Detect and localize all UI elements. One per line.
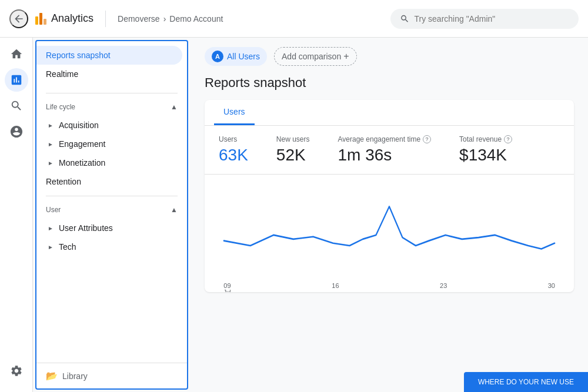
- nav-divider-1: [46, 93, 178, 93]
- nav-user-label: User: [46, 206, 61, 214]
- nav-top-section: Reports snapshot Realtime: [36, 41, 187, 88]
- back-button[interactable]: [9, 9, 28, 28]
- sidebar-analytics[interactable]: [5, 68, 28, 92]
- metric-users-label: Users: [219, 135, 248, 143]
- nav-retention[interactable]: Retention: [36, 172, 182, 191]
- breadcrumb-demo-account[interactable]: Demo Account: [169, 14, 223, 24]
- metric-revenue: Total revenue ? $134K: [459, 135, 512, 165]
- nav-acquisition[interactable]: ► Acquisition: [36, 116, 182, 135]
- nav-user-attributes-label: User Attributes: [59, 223, 113, 233]
- nav-lifecycle-label: Life cycle: [46, 103, 75, 111]
- main-layout: Reports snapshot Realtime Life cycle ▲ ►…: [0, 38, 588, 392]
- nav-user-section: User ▲ ► User Attributes ► Tech: [36, 201, 187, 256]
- nav-engagement[interactable]: ► Engagement: [36, 135, 182, 153]
- metric-new-users-label: New users: [276, 135, 310, 143]
- nav-user-header[interactable]: User ▲: [36, 201, 187, 219]
- metrics-tabs: Users: [205, 100, 574, 126]
- x-label-09: 09 Jul: [223, 282, 231, 292]
- icon-sidebar: [0, 38, 33, 392]
- metric-engagement-label: Average engagement time ?: [338, 135, 432, 143]
- all-users-label: All Users: [227, 52, 260, 61]
- nav-tech-label: Tech: [59, 242, 76, 252]
- nav-divider-2: [46, 196, 178, 196]
- metric-revenue-value: $134K: [459, 146, 512, 165]
- metrics-card: Users Users 63K New users 52K: [205, 100, 574, 292]
- filter-row: A All Users Add comparison +: [205, 47, 574, 66]
- logo-icon: [35, 13, 46, 25]
- sidebar-settings-bottom[interactable]: [5, 359, 28, 383]
- nav-lifecycle-section: Life cycle ▲ ► Acquisition ► Engagement …: [36, 98, 187, 191]
- nav-library-label: Library: [62, 371, 88, 381]
- metric-engagement-value: 1m 36s: [338, 146, 432, 165]
- metric-new-users: New users 52K: [276, 135, 310, 165]
- search-bar[interactable]: [390, 9, 579, 29]
- nav-acquisition-label: Acquisition: [59, 120, 99, 130]
- metric-users: Users 63K: [219, 135, 248, 165]
- nav-monetization-arrow: ►: [46, 158, 55, 167]
- nav-user-attributes-arrow: ►: [46, 223, 55, 233]
- add-comparison-label: Add comparison: [282, 52, 341, 61]
- search-icon: [400, 14, 409, 24]
- nav-library[interactable]: 📂 Library: [36, 363, 187, 388]
- topbar: Analytics Demoverse › Demo Account: [0, 0, 588, 38]
- nav-user-attributes[interactable]: ► User Attributes: [36, 219, 182, 237]
- add-comparison-button[interactable]: Add comparison +: [274, 47, 357, 66]
- x-label-30: 30: [548, 282, 555, 292]
- breadcrumb: Demoverse › Demo Account: [118, 14, 223, 24]
- nav-lifecycle-header[interactable]: Life cycle ▲: [36, 98, 187, 116]
- chart-area: 09 Jul 16 23 30: [205, 175, 574, 292]
- app-logo: Analytics: [35, 12, 93, 25]
- nav-reports-snapshot[interactable]: Reports snapshot: [36, 46, 182, 65]
- nav-realtime-label: Realtime: [46, 69, 78, 79]
- search-input[interactable]: [414, 14, 569, 24]
- nav-engagement-arrow: ►: [46, 139, 55, 149]
- metric-engagement: Average engagement time ? 1m 36s: [338, 135, 432, 165]
- nav-tech[interactable]: ► Tech: [36, 237, 182, 256]
- nav-user-chevron: ▲: [171, 206, 178, 214]
- breadcrumb-sep: ›: [163, 14, 166, 24]
- app-title: Analytics: [51, 12, 93, 25]
- library-icon: 📂: [46, 370, 58, 381]
- sidebar-search[interactable]: [5, 94, 28, 118]
- nav-lifecycle-chevron: ▲: [171, 103, 178, 111]
- icon-sidebar-bottom: [0, 359, 32, 387]
- bottom-prompt[interactable]: WHERE DO YOUR NEW USE: [464, 372, 588, 392]
- nav-tech-arrow: ►: [46, 242, 55, 252]
- nav-sidebar: Reports snapshot Realtime Life cycle ▲ ►…: [35, 40, 188, 390]
- avatar: A: [212, 51, 223, 62]
- topbar-divider: [105, 11, 106, 27]
- breadcrumb-demoverse[interactable]: Demoverse: [118, 14, 160, 24]
- nav-realtime[interactable]: Realtime: [36, 65, 182, 83]
- nav-acquisition-arrow: ►: [46, 120, 55, 130]
- nav-reports-snapshot-label: Reports snapshot: [46, 51, 111, 60]
- all-users-chip[interactable]: A All Users: [205, 47, 267, 66]
- metrics-values: Users 63K New users 52K Average engageme…: [205, 126, 574, 175]
- engagement-help-icon[interactable]: ?: [423, 135, 431, 143]
- chart-x-labels: 09 Jul 16 23 30: [219, 280, 560, 292]
- revenue-help-icon[interactable]: ?: [504, 135, 512, 143]
- content-area: A All Users Add comparison + Reports sna…: [191, 38, 588, 392]
- page-title: Reports snapshot: [205, 75, 574, 91]
- nav-retention-label: Retention: [46, 177, 81, 186]
- sidebar-audience[interactable]: [5, 120, 28, 143]
- nav-monetization-label: Monetization: [59, 158, 105, 167]
- nav-engagement-label: Engagement: [59, 139, 105, 149]
- sidebar-home[interactable]: [5, 42, 28, 66]
- nav-monetization[interactable]: ► Monetization: [36, 153, 182, 172]
- tab-users[interactable]: Users: [214, 100, 255, 125]
- x-label-23: 23: [440, 282, 447, 292]
- metric-users-value: 63K: [219, 146, 248, 165]
- add-comparison-icon: +: [343, 51, 349, 62]
- line-chart: [219, 184, 560, 278]
- metric-new-users-value: 52K: [276, 146, 310, 165]
- metric-revenue-label: Total revenue ?: [459, 135, 512, 143]
- x-label-16: 16: [332, 282, 339, 292]
